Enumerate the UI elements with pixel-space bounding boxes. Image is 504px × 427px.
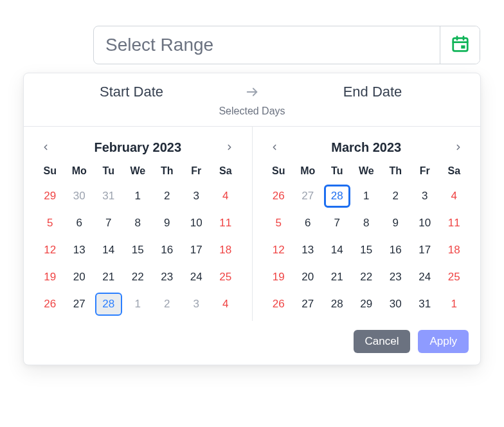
weekday-header: Tu [95,165,122,181]
weekday-header: Fr [411,165,438,181]
day-cell[interactable]: 23 [154,266,181,289]
day-cell[interactable]: 22 [125,266,152,289]
day-cell[interactable]: 3 [183,293,210,316]
day-cell[interactable]: 14 [324,239,351,262]
day-cell[interactable]: 28 [324,293,351,316]
day-cell[interactable]: 1 [353,185,380,208]
calendar-grid-left: SuMoTuWeThFrSa29303112345678910111213141… [37,165,239,316]
next-month-button[interactable] [221,138,239,156]
date-range-input[interactable] [94,26,440,64]
day-cell[interactable]: 7 [324,212,351,235]
day-cell[interactable]: 21 [95,266,122,289]
day-cell[interactable]: 9 [382,212,410,235]
day-cell[interactable]: 9 [154,212,181,235]
weekday-header: Su [37,165,64,181]
day-cell[interactable]: 2 [154,293,181,316]
day-cell[interactable]: 15 [353,239,380,262]
next-month-button[interactable] [449,138,467,156]
day-cell[interactable]: 27 [294,293,321,316]
day-cell[interactable]: 5 [266,212,292,235]
calendar-panels: February 2023 SuMoTuWeThFrSa293031123456… [24,127,480,321]
day-cell[interactable]: 17 [411,239,438,262]
day-cell[interactable]: 11 [212,212,239,235]
day-cell[interactable]: 11 [441,212,468,235]
month-title-left: February 2023 [94,140,181,155]
day-cell[interactable]: 25 [441,266,468,289]
day-cell[interactable]: 27 [66,293,93,316]
day-cell[interactable]: 6 [294,212,321,235]
popover-footer: Cancel Apply [24,321,480,365]
day-cell[interactable]: 18 [212,239,239,262]
day-cell[interactable]: 12 [37,239,64,262]
day-cell[interactable]: 5 [37,212,64,235]
day-cell[interactable]: 24 [183,266,210,289]
day-cell[interactable]: 3 [411,185,438,208]
day-cell[interactable]: 16 [382,239,410,262]
weekday-header: Sa [212,165,239,181]
day-cell[interactable]: 31 [95,185,122,208]
day-cell[interactable]: 2 [382,185,410,208]
day-cell[interactable]: 29 [37,185,64,208]
apply-button[interactable]: Apply [418,330,469,353]
day-cell[interactable]: 23 [382,266,410,289]
prev-month-button[interactable] [37,138,55,156]
calendar-panel-right: March 2023 SuMoTuWeThFrSa262728123456789… [252,127,481,321]
date-range-popover: Start Date End Date Selected Days Februa… [23,73,481,365]
popover-header: Start Date End Date Selected Days [24,73,480,127]
day-cell[interactable]: 4 [441,185,468,208]
day-cell[interactable]: 26 [266,185,292,208]
day-cell[interactable]: 28 [95,293,122,316]
day-cell[interactable]: 1 [125,293,152,316]
day-cell[interactable]: 4 [212,293,239,316]
day-cell[interactable]: 16 [154,239,181,262]
day-cell[interactable]: 22 [353,266,380,289]
day-cell[interactable]: 17 [183,239,210,262]
weekday-header: We [125,165,152,181]
day-cell[interactable]: 8 [125,212,152,235]
day-cell[interactable]: 7 [95,212,122,235]
start-date-label: Start Date [24,84,239,100]
weekday-header: Su [266,165,292,181]
date-range-input-wrapper [93,26,480,64]
day-cell[interactable]: 18 [441,239,468,262]
day-cell[interactable]: 26 [37,293,64,316]
calendar-panel-left: February 2023 SuMoTuWeThFrSa293031123456… [24,127,252,321]
cancel-button[interactable]: Cancel [354,330,411,353]
svg-rect-4 [461,46,465,49]
day-cell[interactable]: 20 [294,266,321,289]
day-cell[interactable]: 8 [353,212,380,235]
day-cell[interactable]: 15 [125,239,152,262]
day-cell[interactable]: 31 [411,293,438,316]
day-cell[interactable]: 1 [441,293,468,316]
day-cell[interactable]: 27 [294,185,321,208]
day-cell[interactable]: 6 [66,212,93,235]
calendar-toggle-button[interactable] [440,26,480,64]
day-cell[interactable]: 29 [353,293,380,316]
day-cell[interactable]: 26 [266,293,292,316]
day-cell[interactable]: 21 [324,266,351,289]
day-cell[interactable]: 13 [66,239,93,262]
weekday-header: We [353,165,380,181]
selected-days-label: Selected Days [219,105,285,117]
svg-rect-0 [453,38,467,51]
day-cell[interactable]: 28 [324,185,351,208]
day-cell[interactable]: 30 [382,293,410,316]
day-cell[interactable]: 30 [66,185,93,208]
day-cell[interactable]: 24 [411,266,438,289]
day-cell[interactable]: 25 [212,266,239,289]
calendar-icon [451,34,470,56]
day-cell[interactable]: 19 [37,266,64,289]
day-cell[interactable]: 4 [212,185,239,208]
end-date-label: End Date [265,84,480,100]
day-cell[interactable]: 19 [266,266,292,289]
day-cell[interactable]: 3 [183,185,210,208]
day-cell[interactable]: 10 [411,212,438,235]
day-cell[interactable]: 20 [66,266,93,289]
day-cell[interactable]: 1 [125,185,152,208]
prev-month-button[interactable] [266,138,284,156]
day-cell[interactable]: 14 [95,239,122,262]
day-cell[interactable]: 13 [294,239,321,262]
day-cell[interactable]: 10 [183,212,210,235]
day-cell[interactable]: 12 [266,239,292,262]
day-cell[interactable]: 2 [154,185,181,208]
